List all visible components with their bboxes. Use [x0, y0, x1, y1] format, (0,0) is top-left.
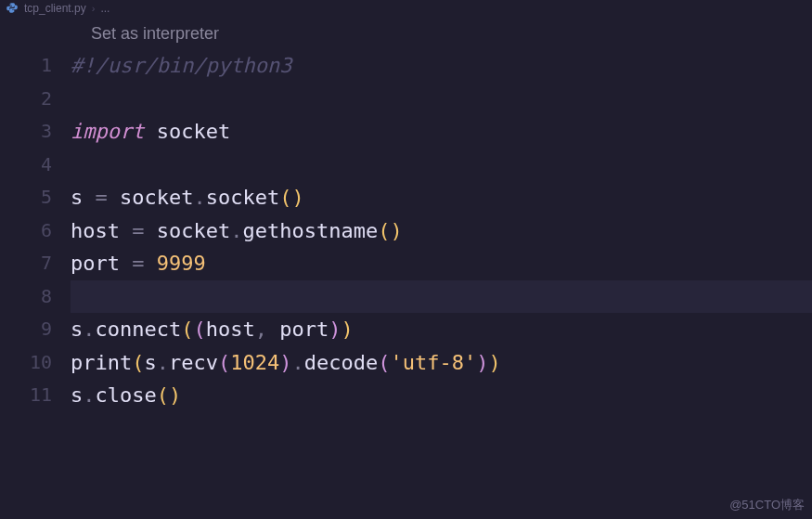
token-paren: (: [279, 186, 291, 209]
token-paren: ): [169, 383, 181, 407]
token-call: recv: [169, 351, 218, 374]
token-identifier: host: [71, 219, 132, 242]
token-operator: =: [132, 219, 144, 242]
token-call: close: [96, 383, 157, 407]
token-number: 1024: [230, 351, 279, 374]
token-paren: (: [218, 351, 230, 374]
line-number: 7: [41, 247, 52, 280]
line-number: 4: [41, 149, 52, 182]
line-number: 11: [30, 379, 52, 412]
token-identifier: s: [71, 186, 96, 209]
token-punct: .: [83, 383, 95, 407]
token-identifier: socket: [108, 186, 194, 209]
line-number-gutter: 1 2 3 4 5 6 7 8 9 10 11: [0, 49, 71, 412]
code-line-current[interactable]: [71, 280, 812, 314]
breadcrumb[interactable]: tcp_client.py › ...: [0, 0, 812, 17]
token-call: print: [71, 351, 132, 374]
token-paren: ): [279, 351, 291, 374]
token-comment: #!/usr/bin/python3: [71, 54, 291, 77]
token-identifier: s: [71, 318, 83, 341]
code-lines[interactable]: #!/usr/bin/python3 import socket s = soc…: [71, 49, 812, 412]
token-call: socket: [206, 186, 279, 209]
token-operator: =: [96, 186, 108, 209]
token-paren: (: [378, 219, 390, 242]
line-number: 5: [41, 181, 52, 214]
token-punct: .: [83, 318, 95, 341]
code-editor: tcp_client.py › ... Set as interpreter 1…: [0, 0, 812, 519]
code-line[interactable]: s = socket.socket(): [71, 181, 812, 214]
line-number: 2: [41, 83, 52, 116]
token-punct: ,: [255, 318, 280, 341]
token-paren: ): [341, 318, 353, 341]
line-number: 9: [41, 313, 52, 346]
code-line[interactable]: #!/usr/bin/python3: [71, 49, 812, 83]
token-paren: (: [378, 351, 390, 374]
code-area[interactable]: 1 2 3 4 5 6 7 8 9 10 11 #!/usr/bin/pytho…: [0, 44, 812, 412]
token-operator: =: [132, 252, 144, 275]
breadcrumb-trail[interactable]: ...: [100, 2, 110, 15]
code-line[interactable]: host = socket.gethostname(): [71, 214, 812, 248]
interpreter-hint[interactable]: Set as interpreter: [0, 17, 812, 44]
chevron-right-icon: ›: [92, 3, 96, 14]
token-paren: (: [157, 383, 169, 407]
token-identifier: socket: [144, 219, 230, 242]
token-number: 9999: [144, 252, 205, 275]
breadcrumb-filename[interactable]: tcp_client.py: [24, 2, 86, 15]
token-paren: ): [476, 351, 488, 374]
token-identifier: s: [71, 383, 83, 407]
token-punct: .: [291, 351, 303, 374]
code-line[interactable]: import socket: [71, 115, 812, 149]
code-line[interactable]: s.close(): [71, 379, 812, 412]
token-identifier: socket: [144, 120, 230, 143]
token-paren: (: [193, 318, 205, 341]
watermark: @51CTO博客: [729, 497, 805, 513]
token-keyword: import: [71, 120, 144, 143]
token-identifier: s: [144, 351, 156, 374]
token-paren: ): [291, 186, 303, 209]
line-number: 10: [30, 346, 52, 380]
token-paren: (: [181, 318, 193, 341]
token-punct: .: [193, 186, 205, 209]
token-call: connect: [96, 318, 182, 341]
python-file-icon: [6, 2, 19, 15]
token-paren: ): [390, 219, 402, 242]
code-line[interactable]: port = 9999: [71, 247, 812, 280]
code-line[interactable]: [71, 83, 812, 116]
code-line[interactable]: print(s.recv(1024).decode('utf-8')): [71, 346, 812, 380]
token-paren: (: [132, 351, 144, 374]
token-string: 'utf-8': [390, 351, 476, 374]
line-number: 6: [41, 214, 52, 248]
token-paren: ): [329, 318, 341, 341]
line-number: 8: [41, 280, 52, 314]
code-line[interactable]: s.connect((host, port)): [71, 313, 812, 346]
token-punct: .: [157, 351, 169, 374]
code-line[interactable]: [71, 149, 812, 182]
token-call: gethostname: [242, 219, 378, 242]
token-punct: .: [230, 219, 242, 242]
token-call: decode: [304, 351, 378, 374]
line-number: 3: [41, 115, 52, 149]
token-identifier: port: [279, 318, 329, 341]
line-number: 1: [41, 49, 52, 83]
token-identifier: port: [71, 252, 132, 275]
token-identifier: host: [206, 318, 255, 341]
token-paren: ): [488, 351, 500, 374]
